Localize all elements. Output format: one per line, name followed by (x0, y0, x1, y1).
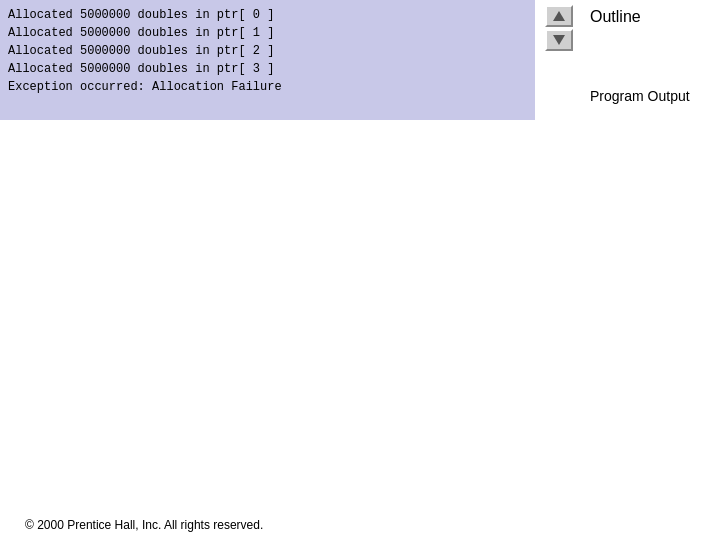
nav-up-button[interactable] (545, 5, 573, 27)
footer: © 2000 Prentice Hall, Inc. All rights re… (0, 510, 720, 540)
nav-down-button[interactable] (545, 29, 573, 51)
down-arrow-icon (553, 35, 565, 45)
program-output-label: Program Output (590, 88, 690, 104)
nav-buttons (545, 5, 573, 51)
footer-text: © 2000 Prentice Hall, Inc. All rights re… (25, 518, 263, 532)
outline-label: Outline (590, 8, 641, 26)
up-arrow-icon (553, 11, 565, 21)
main-content: Allocated 5000000 doubles in ptr[ 0 ] Al… (0, 0, 720, 510)
right-panel: Outline Program Output (535, 0, 720, 120)
output-panel: Allocated 5000000 doubles in ptr[ 0 ] Al… (0, 0, 535, 120)
output-text: Allocated 5000000 doubles in ptr[ 0 ] Al… (8, 6, 527, 96)
